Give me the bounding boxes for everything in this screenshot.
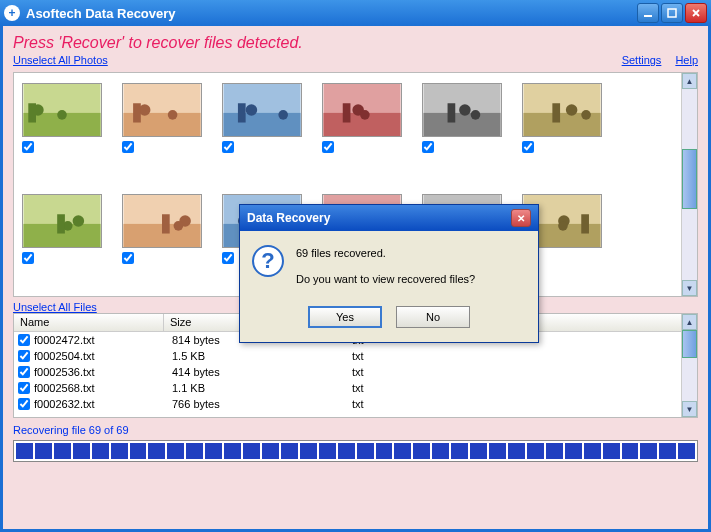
dialog-titlebar: Data Recovery ✕ — [240, 205, 538, 231]
photo-checkbox[interactable] — [122, 141, 134, 153]
app-icon: + — [4, 5, 20, 21]
svg-rect-21 — [343, 103, 351, 122]
close-button[interactable] — [685, 3, 707, 23]
scroll-thumb[interactable] — [682, 149, 697, 209]
question-icon: ? — [252, 245, 284, 277]
photo-thumbnail[interactable] — [22, 83, 102, 176]
file-scrollbar[interactable]: ▲ ▼ — [681, 314, 697, 417]
progress-segment — [281, 443, 298, 459]
photo-thumbnail[interactable] — [122, 83, 202, 176]
svg-point-14 — [246, 104, 258, 116]
file-row[interactable]: f0002632.txt766 bytestxt — [14, 396, 697, 412]
progress-segment — [111, 443, 128, 459]
dialog-buttons: Yes No — [240, 300, 538, 342]
progress-segment — [92, 443, 109, 459]
progress-segment — [451, 443, 468, 459]
thumbnail-image[interactable] — [122, 83, 202, 137]
svg-rect-23 — [423, 113, 500, 136]
svg-rect-6 — [28, 103, 36, 122]
no-button[interactable]: No — [396, 306, 470, 328]
progress-segment — [73, 443, 90, 459]
file-name: f0002472.txt — [34, 334, 172, 346]
svg-point-24 — [459, 104, 471, 116]
photo-checkbox[interactable] — [222, 252, 234, 264]
thumbnail-image[interactable] — [22, 194, 102, 248]
scroll-up-arrow[interactable]: ▲ — [682, 314, 697, 330]
help-link[interactable]: Help — [675, 54, 698, 66]
photo-thumbnail[interactable] — [222, 83, 302, 176]
file-extension: txt — [352, 366, 697, 378]
progress-segment — [205, 443, 222, 459]
titlebar: + Asoftech Data Recovery — [0, 0, 711, 26]
file-extension: txt — [352, 350, 697, 362]
svg-rect-31 — [552, 103, 560, 122]
scroll-down-arrow[interactable]: ▼ — [682, 401, 697, 417]
progress-segment — [546, 443, 563, 459]
photo-thumbnail[interactable] — [122, 194, 202, 287]
photo-checkbox[interactable] — [222, 141, 234, 153]
svg-point-25 — [471, 110, 481, 120]
photo-scrollbar[interactable]: ▲ ▼ — [681, 73, 697, 296]
file-row[interactable]: f0002568.txt1.1 KBtxt — [14, 380, 697, 396]
svg-point-5 — [57, 110, 67, 120]
progress-segment — [16, 443, 33, 459]
file-checkbox[interactable] — [18, 382, 30, 394]
file-row[interactable]: f0002504.txt1.5 KBtxt — [14, 348, 697, 364]
photo-thumbnail[interactable] — [322, 83, 402, 176]
svg-point-34 — [73, 215, 85, 227]
progress-segment — [678, 443, 695, 459]
scroll-thumb[interactable] — [682, 330, 697, 358]
dialog-title-text: Data Recovery — [247, 211, 330, 225]
thumbnail-image[interactable] — [322, 83, 402, 137]
svg-point-15 — [278, 110, 288, 120]
photo-checkbox[interactable] — [322, 141, 334, 153]
thumbnail-image[interactable] — [222, 83, 302, 137]
thumbnail-image[interactable] — [122, 194, 202, 248]
thumbnail-image[interactable] — [22, 83, 102, 137]
thumbnail-image[interactable] — [522, 83, 602, 137]
progress-segment — [640, 443, 657, 459]
progress-segment — [432, 443, 449, 459]
dialog-line1: 69 files recovered. — [296, 245, 475, 263]
progress-segment — [224, 443, 241, 459]
minimize-button[interactable] — [637, 3, 659, 23]
photo-checkbox[interactable] — [22, 141, 34, 153]
file-checkbox[interactable] — [18, 334, 30, 346]
svg-rect-41 — [162, 214, 170, 233]
file-checkbox[interactable] — [18, 398, 30, 410]
photo-checkbox[interactable] — [122, 252, 134, 264]
file-size: 1.1 KB — [172, 382, 352, 394]
photo-checkbox[interactable] — [522, 141, 534, 153]
progress-segment — [489, 443, 506, 459]
thumbnail-image[interactable] — [422, 83, 502, 137]
file-size: 414 bytes — [172, 366, 352, 378]
file-name: f0002536.txt — [34, 366, 172, 378]
settings-link[interactable]: Settings — [622, 54, 662, 66]
progress-segment — [243, 443, 260, 459]
instruction-text: Press 'Recover' to recover files detecte… — [13, 34, 698, 52]
photo-thumbnail[interactable] — [522, 83, 602, 176]
file-checkbox[interactable] — [18, 366, 30, 378]
photo-thumbnail[interactable] — [22, 194, 102, 287]
photo-thumbnail[interactable] — [422, 83, 502, 176]
progress-segment — [357, 443, 374, 459]
svg-rect-0 — [644, 15, 652, 17]
file-name: f0002632.txt — [34, 398, 172, 410]
svg-point-40 — [174, 221, 184, 231]
maximize-button[interactable] — [661, 3, 683, 23]
scroll-up-arrow[interactable]: ▲ — [682, 73, 697, 89]
file-checkbox[interactable] — [18, 350, 30, 362]
unselect-photos-link[interactable]: Unselect All Photos — [13, 54, 108, 66]
progress-segment — [148, 443, 165, 459]
photo-checkbox[interactable] — [422, 141, 434, 153]
file-row[interactable]: f0002536.txt414 bytestxt — [14, 364, 697, 380]
svg-rect-13 — [223, 113, 300, 136]
unselect-files-link[interactable]: Unselect All Files — [13, 301, 97, 313]
dialog-close-button[interactable]: ✕ — [511, 209, 531, 227]
yes-button[interactable]: Yes — [308, 306, 382, 328]
col-header-name[interactable]: Name — [14, 314, 164, 331]
photo-checkbox[interactable] — [22, 252, 34, 264]
file-size: 1.5 KB — [172, 350, 352, 362]
progress-segment — [186, 443, 203, 459]
scroll-down-arrow[interactable]: ▼ — [682, 280, 697, 296]
